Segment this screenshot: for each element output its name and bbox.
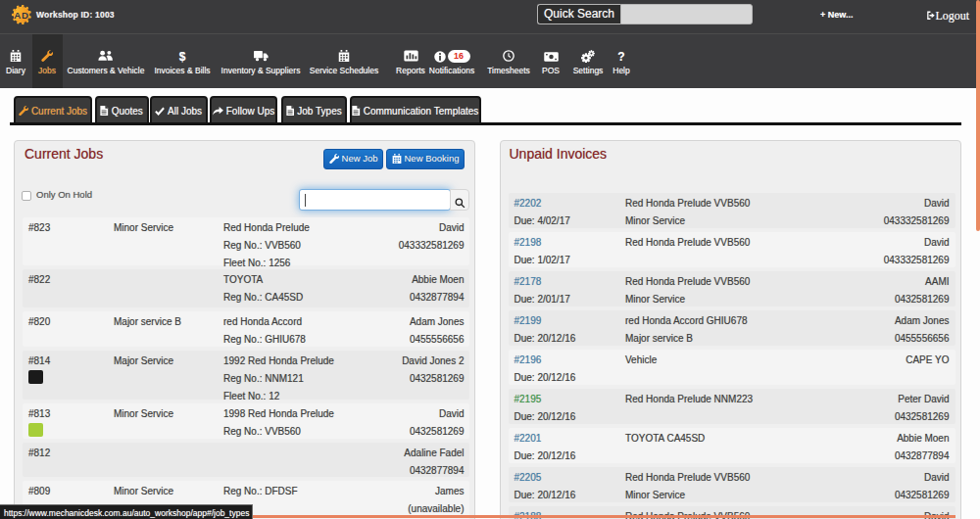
svg-text:A: A (14, 10, 21, 21)
svg-text:D: D (22, 10, 28, 21)
